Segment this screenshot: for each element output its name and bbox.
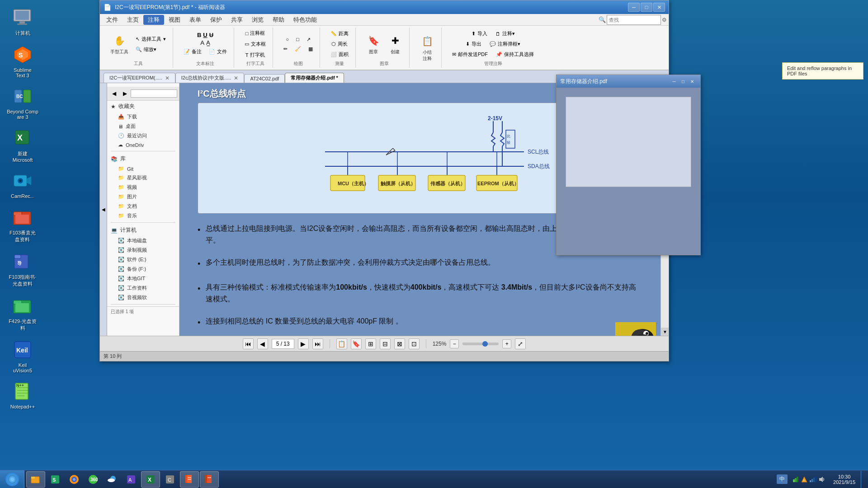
start-button[interactable] (0, 470, 24, 488)
search-input[interactable] (607, 15, 661, 25)
sidebar-item-video[interactable]: 📁 视频 (107, 183, 179, 192)
sidebar-item-git[interactable]: 📁 Git (107, 164, 179, 173)
ribbon-btn-hand[interactable]: ✋ 手型工具 (107, 32, 132, 57)
menu-browse[interactable]: 浏览 (247, 15, 268, 25)
sidebar-item-favorites[interactable]: ★ 收藏夹 (107, 101, 179, 112)
nav-back-btn[interactable]: ◀ (109, 89, 119, 99)
ribbon-btn-import[interactable]: ⬆ 导入 (468, 29, 491, 38)
ribbon-btn-note[interactable]: 📝 备注 (180, 47, 205, 56)
taskbar-app-6[interactable]: A (122, 471, 140, 488)
tab-storage-intro[interactable]: 常用存储器介绍.pdf * (285, 73, 344, 83)
tab-i2c-eeprom-close[interactable]: ✕ (165, 75, 170, 81)
sidebar-item-desktop[interactable]: 🖥 桌面 (107, 122, 179, 131)
nav-first-btn[interactable]: ⏮ (243, 338, 254, 349)
nav-last-btn[interactable]: ⏭ (312, 338, 323, 349)
desktop-icon-f103[interactable]: F103番直光盘资料 (5, 204, 41, 245)
taskbar-app-8[interactable]: C (161, 471, 179, 488)
ribbon-btn-arrow[interactable]: ↗ (303, 35, 314, 44)
ribbon-btn-create-stamp[interactable]: ✚ 创建 (385, 32, 406, 57)
ribbon-btn-stamp[interactable]: 🔖 图章 (363, 32, 384, 57)
tab-at24c02[interactable]: AT24C02.pdf (244, 74, 285, 83)
second-win-restore[interactable]: □ (679, 78, 688, 85)
desktop-icon-computer[interactable]: 计算机 (5, 5, 41, 38)
sidebar-item-local-disk[interactable]: 💽 本地磁盘 (107, 236, 179, 245)
ribbon-btn-annotation-frame[interactable]: □ 注释框 (242, 28, 269, 38)
taskbar-app-excel[interactable]: X (141, 471, 160, 488)
show-desktop-btn[interactable] (861, 471, 864, 488)
sidebar-item-music[interactable]: 📁 音乐 (107, 211, 179, 221)
sidebar-item-downloads[interactable]: 📥 下载 (107, 112, 179, 122)
ribbon-btn-perimeter[interactable]: ⬡ 周长 (328, 39, 351, 49)
menu-view[interactable]: 视图 (164, 15, 185, 25)
ribbon-btn-select[interactable]: ↖ 选择工具 ▾ (132, 34, 169, 44)
menu-annotate[interactable]: 注释 (143, 15, 164, 25)
ribbon-btn-annotation-note[interactable]: 🗒 注释▾ (492, 29, 518, 38)
scroll-down-btn[interactable]: ▼ (661, 328, 669, 336)
sidebar-item-software[interactable]: 💽 软件 (E:) (107, 255, 179, 264)
desktop-icon-keil[interactable]: Keil KeiluVision5 (5, 337, 41, 375)
sidebar-item-docs[interactable]: 📁 文档 (107, 202, 179, 211)
minimize-button[interactable]: ─ (628, 3, 640, 12)
taskbar-app-foxit[interactable] (180, 471, 199, 488)
desktop-icon-sublime[interactable]: S SublimeText 3 (5, 42, 41, 80)
zoom-out-btn[interactable]: − (450, 339, 459, 348)
ribbon-btn-eraser[interactable]: 🧹 (292, 45, 304, 53)
ribbon-btn-pencil[interactable]: ✏ (280, 45, 291, 53)
sidebar-item-pictures[interactable]: 📁 图片 (107, 192, 179, 202)
ribbon-btn-typewriter[interactable]: T 打字机 (242, 50, 269, 60)
maximize-button[interactable]: □ (641, 3, 652, 12)
nav-fit-btn[interactable]: ⊡ (409, 338, 420, 349)
expand-btn[interactable]: ⤢ (515, 338, 526, 349)
page-input[interactable] (272, 339, 294, 349)
ribbon-btn-zoom[interactable]: 🔍 缩放▾ (132, 45, 169, 54)
menu-help[interactable]: 帮助 (268, 15, 289, 25)
sidebar-item-local-git[interactable]: 💽 本地GIT (107, 274, 179, 283)
sidebar-item-library[interactable]: 📚 库 (107, 153, 179, 164)
sidebar-item-record[interactable]: 💽 录制视频 (107, 245, 179, 255)
sidebar-item-av[interactable]: 💽 音视频软 (107, 293, 179, 302)
menu-form[interactable]: 表单 (185, 15, 206, 25)
tab-i2c-eeprom[interactable]: I2C一读写EEPROM(..... ✕ (104, 73, 175, 83)
taskbar-app-file-manager[interactable] (26, 471, 45, 488)
second-win-close[interactable]: ✕ (688, 78, 697, 85)
language-indicator[interactable]: 中 (777, 474, 788, 484)
sidebar-item-work[interactable]: 💽 工作资料 (107, 283, 179, 293)
zoom-slider[interactable] (462, 343, 499, 345)
zoom-in-btn[interactable]: + (502, 339, 511, 348)
menu-file[interactable]: 文件 (102, 15, 123, 25)
desktop-icon-new-ms[interactable]: X 新建Microsoft (5, 125, 41, 164)
ribbon-btn-rect[interactable]: □ (293, 35, 302, 43)
menu-home[interactable]: 主页 (123, 15, 143, 25)
nav-view-btn[interactable]: ⊟ (380, 338, 391, 349)
ribbon-btn-area[interactable]: ⬜ 面积 (327, 50, 352, 59)
taskbar-clock[interactable]: 10:30 2021/9/15 (830, 474, 859, 485)
ribbon-btn-keep-tool[interactable]: 📌 保持工具选择 (493, 50, 537, 59)
tab-i2c-protocol-close[interactable]: ✕ (234, 75, 238, 81)
address-bar[interactable] (131, 89, 177, 98)
nav-copy-btn[interactable]: 📋 (336, 338, 347, 349)
sidebar-item-videos[interactable]: 📁 星风影视 (107, 173, 179, 183)
sidebar-item-recent[interactable]: 🕐 最近访问 (107, 131, 179, 141)
desktop-icon-camrec[interactable]: CamRec... (5, 168, 41, 201)
nav-grid-btn[interactable]: ⊞ (365, 338, 376, 349)
ribbon-btn-ellipse[interactable]: ○ (283, 35, 292, 43)
taskbar-app-2[interactable]: S (46, 471, 64, 488)
nav-view2-btn[interactable]: ⊠ (394, 338, 405, 349)
menu-protect[interactable]: 保护 (206, 15, 226, 25)
sidebar-item-computer-nav[interactable]: 💻 计算机 (107, 225, 179, 236)
ribbon-btn-email[interactable]: ✉ 邮件发送PDF (449, 50, 491, 59)
close-button[interactable]: ✕ (653, 3, 665, 12)
ribbon-btn-text-frame[interactable]: ▭ 文本框 (241, 39, 269, 49)
taskbar-app-foxit2[interactable] (200, 471, 219, 488)
taskbar-app-360[interactable]: 360 (84, 471, 102, 488)
second-win-minimize[interactable]: ─ (670, 78, 679, 85)
desktop-icon-f429[interactable]: F429-光盘资料 (5, 293, 41, 333)
ribbon-btn-area-hl[interactable]: ▦ (305, 45, 316, 53)
desktop-icon-notepadpp[interactable]: N++ Notepad++ (5, 379, 41, 411)
ribbon-btn-file[interactable]: 📄 文件 (206, 47, 230, 56)
taskbar-app-weather[interactable] (103, 471, 121, 488)
nav-next-btn[interactable]: ▶ (298, 338, 309, 349)
taskbar-app-firefox[interactable] (65, 471, 83, 488)
menu-special[interactable]: 特色功能 (289, 15, 321, 25)
desktop-icon-f103-guide[interactable]: 导 F103指南书·光盘资料 (5, 249, 41, 289)
